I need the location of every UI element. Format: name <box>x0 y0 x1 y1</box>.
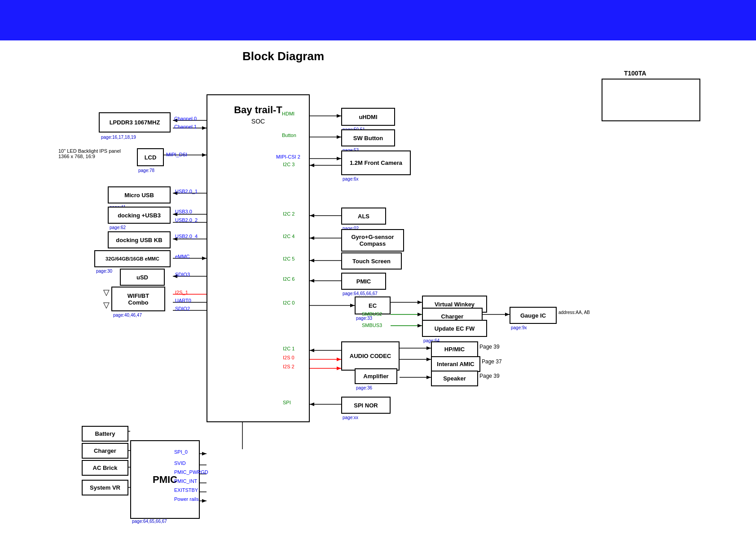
lcd-page: page:78 <box>138 168 154 173</box>
lcd-label: LCD <box>145 154 157 161</box>
pmic-left-label: PMIC <box>153 474 177 486</box>
svid-label: SVID <box>174 460 186 466</box>
wifi-antenna-2: ▽ <box>103 300 110 310</box>
power-rails-label: Power rails <box>174 496 198 502</box>
update-ec-fw-label: Update EC FW <box>435 325 475 332</box>
i2c3-label: I2C 3 <box>283 162 294 167</box>
pmic-left-page: page:64,65,66,67 <box>132 519 167 524</box>
svg-marker-14 <box>202 256 207 260</box>
battery-box: Battery <box>82 426 128 442</box>
svg-marker-66 <box>426 376 431 379</box>
i2c1-label: I2C 1 <box>283 346 294 351</box>
svg-marker-60 <box>337 367 341 370</box>
svg-marker-41 <box>418 313 422 316</box>
ac-brick-box: AC Brick <box>82 460 128 476</box>
ec-label: EC <box>369 302 377 309</box>
pmic-right-page: page:64,65,66,67 <box>343 291 378 296</box>
gyro-box: Gyro+G-sensor Compass <box>341 229 404 252</box>
i2c0-label: I2C 0 <box>283 300 294 305</box>
pmic-int-label: PMIC_INT <box>174 478 197 484</box>
wifi-bt-page: page:40,46,47 <box>113 313 142 318</box>
mipi-dsi-label: MIPI_DSI <box>166 152 187 157</box>
front-camera-box: 1.2M Front Camera <box>341 150 411 175</box>
usb30-label: USB3.0 <box>175 209 192 214</box>
micro-usb-label: Micro USB <box>124 192 154 199</box>
smbus3-label: SMBUS3 <box>362 323 382 328</box>
gauge-ic-label: Gauge IC <box>520 312 546 319</box>
hdmi-label: HDMI <box>282 111 294 116</box>
usd-label: uSD <box>136 274 148 281</box>
lcd-desc: 10" LED Backlight IPS panel1366 x 768, 1… <box>58 148 121 159</box>
svg-marker-45 <box>505 313 510 316</box>
lcd-box: LCD <box>137 148 164 166</box>
uhdmi-label: uHDMI <box>359 114 377 120</box>
docking-kb-label: docking USB KB <box>116 237 162 243</box>
page-title: Block Diagram <box>242 49 324 63</box>
docking-kb-box: docking USB KB <box>108 231 171 248</box>
als-box: ALS <box>341 208 386 225</box>
charger-left-box: Charger <box>82 443 128 459</box>
front-camera-label: 1.2M Front Camera <box>350 159 402 166</box>
pmic-pwrgd-label: PMIC_PWRGD <box>174 469 208 475</box>
svg-marker-29 <box>310 214 314 217</box>
speaker-label: Speaker <box>443 375 466 382</box>
gyro-label: Gyro+G-sensor Compass <box>351 234 394 247</box>
spi-nor-page: page:xx <box>343 415 358 420</box>
hp-mic-box: HP/MIC <box>431 341 478 357</box>
wifi-bt-box: WIFI/BT Combo <box>111 287 165 311</box>
exitstby-label: EXITSTBY <box>174 487 198 493</box>
wifi-antenna-1: ▽ <box>103 287 110 297</box>
spi-nor-box: SPI NOR <box>341 397 391 414</box>
svg-marker-43 <box>418 324 422 327</box>
speaker-page: Page 39 <box>479 373 500 379</box>
svg-marker-26 <box>337 157 341 160</box>
audio-codec-box: AUDIO CODEC <box>341 341 400 371</box>
amplifier-page: page:36 <box>356 385 372 390</box>
gauge-addr: address:AA, AB <box>558 310 590 315</box>
spi0-label: SPI_0 <box>174 449 188 455</box>
svg-marker-58 <box>310 349 314 352</box>
audio-codec-label: AUDIO CODEC <box>350 353 391 359</box>
front-camera-page: page:6x <box>343 177 359 181</box>
internal-amic-box: Interanl AMIC <box>431 356 480 372</box>
update-ec-fw-box: Update EC FW <box>422 320 487 337</box>
channel0-label: Channel 0 <box>174 116 197 121</box>
docking-usb3-box: docking +USB3 <box>108 207 171 224</box>
als-label: ALS <box>358 213 369 220</box>
internal-amic-page: Page 37 <box>482 358 502 365</box>
spi-nor-label: SPI NOR <box>354 402 378 409</box>
svg-marker-39 <box>418 301 422 304</box>
i2s0-label: I2S 0 <box>283 355 294 360</box>
usd-box: uSD <box>120 269 165 286</box>
svg-marker-27 <box>310 164 314 167</box>
svg-marker-33 <box>310 259 314 262</box>
touch-screen-box: Touch Screen <box>341 252 402 270</box>
emmc-page: page:30 <box>96 269 112 274</box>
svg-marker-3 <box>202 126 207 130</box>
i2c6-label: I2C 6 <box>283 276 294 282</box>
svg-marker-64 <box>426 358 431 361</box>
charger-right-label: Charger <box>441 313 464 320</box>
svg-marker-62 <box>426 346 431 350</box>
uhdmi-box: uHDMI <box>341 108 395 126</box>
spi-label: SPI <box>283 400 291 405</box>
soc-name: Bay trail-T <box>234 104 282 116</box>
gauge-ic-box: Gauge IC <box>510 307 557 324</box>
sdio3-label: SDIO3 <box>175 272 190 277</box>
system-vr-box: System VR <box>82 480 128 495</box>
svg-marker-48 <box>202 452 207 455</box>
touch-screen-label: Touch Screen <box>352 258 391 265</box>
pmic-right-label: PMIC <box>356 278 371 285</box>
channel1-label: Channel 1 <box>174 124 197 129</box>
docking-usb3-page: page:62 <box>110 225 126 230</box>
sdio2-label: SDIO2 <box>175 306 190 311</box>
ac-brick-label: AC Brick <box>93 464 118 471</box>
t100ta-label: T100TA <box>624 70 646 77</box>
i2c4-label: I2C 4 <box>283 234 294 239</box>
hp-mic-page: Page 39 <box>479 344 500 350</box>
i2c2-label: I2C 2 <box>283 211 294 217</box>
speaker-box: Speaker <box>431 371 478 386</box>
usb20-2-label: USB2.0_2 <box>175 217 198 223</box>
sw-button-label: SW Button <box>353 135 383 141</box>
i2s1-label: I2S_1 <box>175 290 188 295</box>
